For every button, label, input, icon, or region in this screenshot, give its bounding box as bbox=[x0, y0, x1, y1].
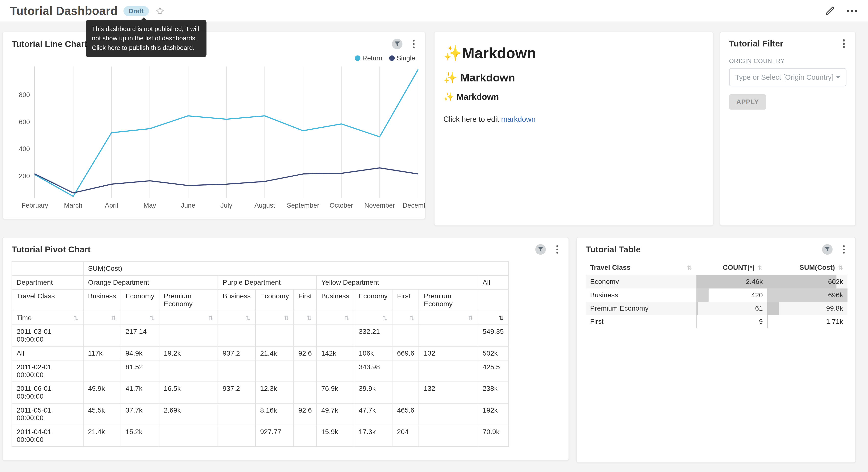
pivot-value-cell: 8.16k bbox=[255, 403, 293, 425]
pivot-row: 2011-06-01 00:00:0049.9k41.7k16.5k937.21… bbox=[12, 382, 508, 403]
sort-icon[interactable]: ⇅ bbox=[149, 315, 154, 321]
dashboard-page: Tutorial Dashboard Draft This dashboard … bbox=[0, 0, 868, 472]
column-label: COUNT(*) bbox=[723, 264, 755, 271]
pivot-card-actions bbox=[535, 244, 561, 255]
travel-class-cell: Economy bbox=[586, 275, 696, 288]
sort-icon[interactable]: ⇅ bbox=[344, 315, 349, 321]
pivot-value-cell: 425.5 bbox=[478, 360, 508, 382]
origin-country-select[interactable]: Type or Select [Origin Country] bbox=[729, 68, 846, 86]
kebab-menu-icon[interactable] bbox=[843, 248, 845, 250]
pivot-value-cell: 192k bbox=[478, 403, 508, 425]
markdown-paragraph-text: Click here to edit bbox=[443, 115, 501, 123]
count-cell: 420 bbox=[696, 289, 767, 302]
pivot-sort-cell: ⇅ bbox=[218, 311, 255, 325]
pivot-sort-cell: ⇅ bbox=[354, 311, 392, 325]
sort-icon[interactable]: ⇅ bbox=[307, 315, 312, 321]
pivot-row-header: 2011-02-01 00:00:00 bbox=[12, 360, 83, 382]
pivot-value-cell bbox=[159, 360, 218, 382]
tooltip-text: This dashboard is not published, it will… bbox=[92, 25, 199, 51]
sort-icon[interactable]: ⇅ bbox=[246, 315, 251, 321]
pivot-value-cell: 117k bbox=[83, 346, 121, 360]
sort-icon[interactable]: ⇅ bbox=[758, 264, 763, 271]
travel-class-cell: Business bbox=[586, 289, 696, 302]
publish-tooltip: This dashboard is not published, it will… bbox=[86, 20, 207, 57]
column-header-sum[interactable]: SUM(Cost)⇅ bbox=[767, 260, 847, 275]
pivot-class-label: Travel Class bbox=[12, 289, 83, 311]
filter-card: Tutorial Filter ORIGIN COUNTRY Type or S… bbox=[720, 32, 856, 226]
kebab-menu-icon[interactable] bbox=[556, 248, 558, 250]
pivot-value-cell: 549.35 bbox=[478, 325, 508, 346]
pivot-value-cell bbox=[293, 325, 317, 346]
filter-indicator-icon[interactable] bbox=[535, 244, 546, 255]
filter-card-body: ORIGIN COUNTRY Type or Select [Origin Co… bbox=[720, 51, 855, 114]
svg-text:September: September bbox=[287, 202, 319, 209]
sum-cell: 696k bbox=[767, 289, 847, 302]
sort-icon[interactable]: ⇅ bbox=[73, 314, 79, 321]
edit-pencil-icon[interactable] bbox=[825, 6, 835, 16]
pivot-sort-cell: ⇅ bbox=[159, 311, 218, 325]
pivot-class-row: Travel ClassBusinessEconomyPremium Econo… bbox=[12, 289, 508, 311]
pivot-sort-row: Time⇅⇅⇅⇅⇅⇅⇅⇅⇅⇅⇅⇅ bbox=[12, 311, 508, 325]
kebab-menu-icon[interactable] bbox=[413, 43, 415, 45]
legend-item-single[interactable]: Single bbox=[389, 54, 415, 62]
pivot-value-cell: 17.3k bbox=[354, 425, 392, 447]
sort-icon[interactable]: ⇅ bbox=[382, 315, 388, 321]
sort-icon[interactable]: ⇅ bbox=[409, 315, 414, 321]
pivot-value-cell: 937.2 bbox=[218, 382, 255, 403]
pivot-value-cell bbox=[159, 425, 218, 447]
result-table-head-row: Travel Class⇅ COUNT(*)⇅ SUM(Cost)⇅ bbox=[586, 260, 847, 275]
filter-indicator-icon[interactable] bbox=[392, 39, 402, 49]
pivot-value-cell: 106k bbox=[354, 346, 392, 360]
kebab-menu-icon[interactable] bbox=[843, 43, 845, 45]
sort-icon[interactable]: ⇅ bbox=[687, 264, 692, 271]
column-header-count[interactable]: COUNT(*)⇅ bbox=[696, 260, 767, 275]
draft-status-badge[interactable]: Draft bbox=[123, 6, 149, 16]
apply-button[interactable]: APPLY bbox=[729, 94, 766, 110]
origin-country-label: ORIGIN COUNTRY bbox=[729, 57, 846, 64]
page-title: Tutorial Dashboard bbox=[10, 4, 118, 18]
pivot-class-header: Economy bbox=[354, 289, 392, 311]
pivot-corner-cell bbox=[12, 262, 83, 276]
sort-icon[interactable]: ⇅ bbox=[499, 315, 504, 321]
pivot-row-header: 2011-03-01 00:00:00 bbox=[12, 325, 83, 346]
favorite-star-icon[interactable] bbox=[156, 6, 164, 15]
pivot-class-header: Business bbox=[83, 289, 121, 311]
column-header-travel-class[interactable]: Travel Class⇅ bbox=[586, 260, 696, 275]
legend-item-return[interactable]: Return bbox=[354, 54, 382, 62]
sort-icon[interactable]: ⇅ bbox=[208, 315, 213, 321]
markdown-heading-2: ✨ Markdown bbox=[443, 71, 704, 84]
sort-icon[interactable]: ⇅ bbox=[838, 264, 843, 271]
line-chart-actions bbox=[392, 39, 417, 49]
pivot-row: All117k94.9k19.2k937.221.4k92.6142k106k6… bbox=[12, 346, 508, 360]
line-chart-card: Tutorial Line Chart ReturnSingle 2004006… bbox=[2, 32, 426, 219]
pivot-class-header: Business bbox=[317, 289, 354, 311]
filter-indicator-icon[interactable] bbox=[822, 244, 832, 255]
pivot-metric-row: SUM(Cost) bbox=[12, 262, 508, 276]
sort-icon[interactable]: ⇅ bbox=[468, 315, 473, 321]
pivot-value-cell bbox=[419, 403, 478, 425]
pivot-card-header: Tutorial Pivot Chart bbox=[3, 237, 568, 257]
pivot-value-cell: 217.14 bbox=[121, 325, 159, 346]
markdown-paragraph: Click here to edit markdown bbox=[443, 115, 704, 123]
header-right bbox=[825, 6, 858, 16]
svg-text:June: June bbox=[181, 202, 195, 209]
pivot-value-cell bbox=[83, 360, 121, 382]
markdown-card[interactable]: ✨Markdown ✨ Markdown ✨ Markdown Click he… bbox=[434, 32, 713, 226]
pivot-value-cell bbox=[218, 403, 255, 425]
column-label: SUM(Cost) bbox=[800, 264, 835, 271]
pivot-value-cell: 465.6 bbox=[392, 403, 419, 425]
tooltip-arrow bbox=[141, 17, 147, 20]
sort-icon[interactable]: ⇅ bbox=[111, 315, 116, 321]
legend-dot bbox=[389, 55, 395, 61]
pivot-value-cell: 669.6 bbox=[392, 346, 419, 360]
pivot-value-cell bbox=[218, 425, 255, 447]
sort-icon[interactable]: ⇅ bbox=[284, 315, 289, 321]
table-card-actions bbox=[822, 244, 847, 255]
legend-dot bbox=[354, 55, 360, 61]
pivot-department-header: Yellow Department bbox=[317, 275, 478, 289]
markdown-edit-link[interactable]: markdown bbox=[501, 115, 536, 123]
pivot-value-cell bbox=[255, 360, 293, 382]
pivot-value-cell bbox=[419, 325, 478, 346]
more-menu-icon[interactable] bbox=[851, 10, 853, 12]
line-chart-card-header: Tutorial Line Chart bbox=[3, 32, 425, 51]
